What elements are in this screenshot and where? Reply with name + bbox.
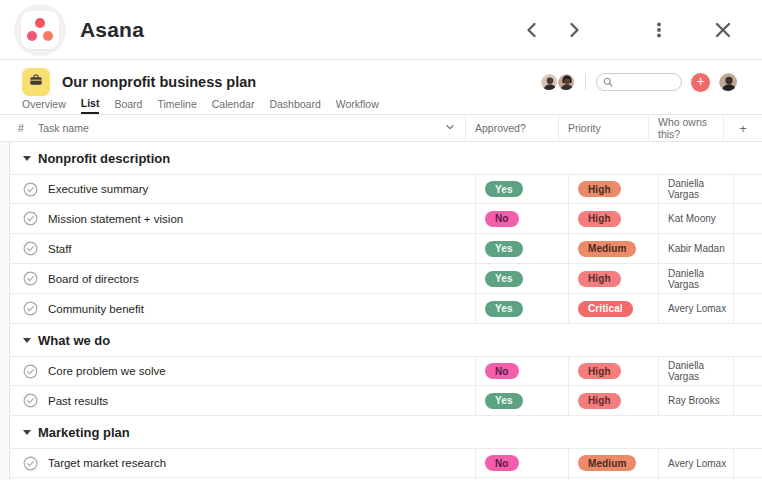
approved-badge[interactable]: No xyxy=(485,455,519,471)
column-header-approved[interactable]: Approved? xyxy=(466,115,559,141)
section-header: Marketing plan xyxy=(10,416,762,448)
priority-cell[interactable]: Medium xyxy=(569,234,659,263)
current-user-avatar[interactable] xyxy=(718,72,738,92)
tab-timeline[interactable]: Timeline xyxy=(157,94,196,114)
collapse-caret-icon[interactable] xyxy=(23,338,31,343)
owner-cell[interactable]: Ray Brooks xyxy=(659,386,734,415)
task-cell[interactable]: Past results xyxy=(10,386,476,415)
project-icon[interactable] xyxy=(22,68,50,96)
approved-badge[interactable]: Yes xyxy=(485,241,523,257)
approved-cell[interactable]: Yes xyxy=(476,294,569,323)
approved-cell[interactable]: No xyxy=(476,357,569,385)
close-button[interactable] xyxy=(708,15,738,45)
approved-badge[interactable]: No xyxy=(485,211,519,227)
search-box[interactable] xyxy=(596,73,682,91)
priority-cell[interactable]: High xyxy=(569,264,659,293)
priority-badge[interactable]: High xyxy=(578,271,621,287)
approved-cell[interactable]: Yes xyxy=(476,264,569,293)
owner-cell[interactable]: Daniella Vargas xyxy=(659,175,734,203)
check-circle-icon[interactable] xyxy=(23,182,38,197)
check-circle-icon[interactable] xyxy=(23,364,38,379)
project-header-actions: + xyxy=(540,72,738,92)
task-name: Target market research xyxy=(48,457,166,469)
priority-badge[interactable]: High xyxy=(578,393,621,409)
more-options-button[interactable] xyxy=(644,15,674,45)
owner-cell[interactable]: Kat Moony xyxy=(659,204,734,233)
priority-badge[interactable]: Critical xyxy=(578,301,633,317)
task-cell[interactable]: Board of directors xyxy=(10,264,476,293)
check-circle-icon[interactable] xyxy=(23,211,38,226)
column-header-priority[interactable]: Priority xyxy=(559,115,649,141)
tab-workflow[interactable]: Workflow xyxy=(336,94,379,114)
column-header-owner[interactable]: Who owns this? xyxy=(649,115,724,141)
priority-badge[interactable]: High xyxy=(578,363,621,379)
tab-dashboard[interactable]: Dashboard xyxy=(269,94,320,114)
tab-list[interactable]: List xyxy=(81,94,100,114)
priority-cell[interactable]: High xyxy=(569,204,659,233)
check-circle-icon[interactable] xyxy=(23,301,38,316)
search-input[interactable] xyxy=(617,77,677,87)
priority-cell[interactable]: High xyxy=(569,175,659,203)
add-member-button[interactable]: + xyxy=(691,73,710,92)
column-header-task-name[interactable]: # Task name xyxy=(0,115,466,141)
tab-board[interactable]: Board xyxy=(114,94,142,114)
section-title[interactable]: Marketing plan xyxy=(38,425,130,440)
priority-badge[interactable]: Medium xyxy=(578,241,636,257)
task-row: Past results Yes High Ray Brooks xyxy=(10,386,762,416)
chevron-down-icon[interactable] xyxy=(445,122,455,134)
priority-cell[interactable]: Critical xyxy=(569,294,659,323)
owner-cell[interactable]: Avery Lomax xyxy=(659,294,734,323)
approved-cell[interactable]: No xyxy=(476,204,569,233)
owner-name: Kat Moony xyxy=(668,213,716,224)
task-cell[interactable]: Mission statement + vision xyxy=(10,204,476,233)
approved-badge[interactable]: Yes xyxy=(485,393,523,409)
collapse-caret-icon[interactable] xyxy=(23,156,31,161)
task-cell[interactable]: Core problem we solve xyxy=(10,357,476,385)
approved-cell[interactable]: Yes xyxy=(476,175,569,203)
owner-cell[interactable]: Avery Lomax xyxy=(659,449,734,477)
check-circle-icon[interactable] xyxy=(23,241,38,256)
check-circle-icon[interactable] xyxy=(23,271,38,286)
back-button[interactable] xyxy=(517,15,547,45)
priority-cell[interactable]: Medium xyxy=(569,449,659,477)
approved-badge[interactable]: Yes xyxy=(485,271,523,287)
check-circle-icon[interactable] xyxy=(23,456,38,471)
priority-cell[interactable]: High xyxy=(569,357,659,385)
empty-cell xyxy=(734,449,762,477)
section-title[interactable]: Nonprofit description xyxy=(38,151,170,166)
check-circle-icon[interactable] xyxy=(23,393,38,408)
owner-cell[interactable]: Daniella Vargas xyxy=(659,264,734,293)
priority-cell[interactable]: High xyxy=(569,386,659,415)
approved-cell[interactable]: Yes xyxy=(476,234,569,263)
approved-badge[interactable]: Yes xyxy=(485,301,523,317)
task-cell[interactable]: Staff xyxy=(10,234,476,263)
priority-badge[interactable]: High xyxy=(578,181,621,197)
task-cell[interactable]: Target market research xyxy=(10,449,476,477)
collapse-caret-icon[interactable] xyxy=(23,430,31,435)
project-title: Our nonprofit business plan xyxy=(62,74,256,90)
approved-cell[interactable]: No xyxy=(476,449,569,477)
section-title[interactable]: What we do xyxy=(38,333,110,348)
priority-badge[interactable]: Medium xyxy=(578,455,636,471)
left-gutter xyxy=(0,142,10,480)
asana-logo[interactable] xyxy=(14,4,66,56)
priority-badge[interactable]: High xyxy=(578,211,621,227)
owner-name: Kabir Madan xyxy=(668,243,725,254)
task-cell[interactable]: Community benefit xyxy=(10,294,476,323)
member-avatar[interactable] xyxy=(540,73,558,91)
owner-cell[interactable]: Daniella Vargas xyxy=(659,357,734,385)
owner-name: Daniella Vargas xyxy=(668,268,733,290)
task-cell[interactable]: Executive summary xyxy=(10,175,476,203)
approved-badge[interactable]: No xyxy=(485,363,519,379)
owner-cell[interactable]: Kabir Madan xyxy=(659,234,734,263)
add-column-button[interactable]: + xyxy=(724,115,762,141)
forward-button[interactable] xyxy=(559,15,589,45)
tab-overview[interactable]: Overview xyxy=(22,94,66,114)
approved-badge[interactable]: Yes xyxy=(485,181,523,197)
member-avatar[interactable] xyxy=(557,73,575,91)
approved-cell[interactable]: Yes xyxy=(476,386,569,415)
task-row: Staff Yes Medium Kabir Madan xyxy=(10,234,762,264)
empty-cell xyxy=(734,294,762,323)
app-title: Asana xyxy=(80,18,144,42)
tab-calendar[interactable]: Calendar xyxy=(212,94,255,114)
